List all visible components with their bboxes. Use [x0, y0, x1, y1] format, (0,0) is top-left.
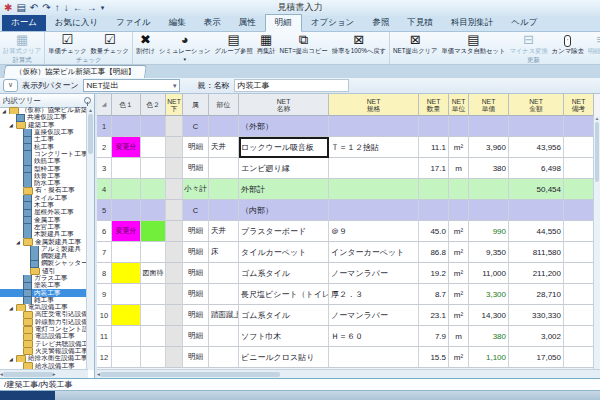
cell-12-part[interactable] [209, 347, 239, 368]
grid-horizontal-scrollbar[interactable]: ◂ [97, 369, 600, 378]
column-header-NET名称[interactable]: NET 名称 [239, 94, 329, 116]
cell-1-unit[interactable] [449, 116, 469, 137]
cell-12-qty[interactable]: 15.5 [419, 347, 449, 368]
cell-7-part[interactable]: 床 [209, 242, 239, 263]
button-マイナス変換[interactable]: ⊟マイナス変換 [507, 32, 549, 56]
column-header-色１[interactable]: 色１ [112, 94, 141, 116]
ribbon-tab-お気に入り[interactable]: お気に入り [46, 15, 107, 31]
button-数量チェック[interactable]: ☑数量チェック [89, 32, 131, 56]
column-header-NET数量[interactable]: NET 数量 [419, 94, 449, 116]
cell-9-name[interactable]: 長尺塩ビシート（トイレ） [239, 284, 329, 305]
cell-10-name[interactable]: ゴム系タイル [239, 305, 329, 326]
cell-4-unit[interactable] [449, 179, 469, 200]
tree-item-内装工事[interactable]: 内装工事 [0, 289, 88, 296]
tree-item-（仮称）協栄ビル新築工事[interactable]: ◢（仮称）協栄ビル新築工事 [0, 107, 88, 114]
cell-3-note[interactable] [564, 158, 594, 179]
cell-1-amount[interactable] [509, 116, 564, 137]
ribbon-tab-下見積[interactable]: 下見積 [398, 15, 442, 31]
cell-10-spec[interactable]: ノーマンラバー [329, 305, 419, 326]
cell-2-c1[interactable]: 変更分 [112, 137, 141, 158]
cell-11-price[interactable]: 380 [469, 326, 509, 347]
cell-2-note[interactable] [564, 137, 594, 158]
save-icon[interactable]: ▤ [16, 1, 25, 15]
cell-4-c2[interactable] [141, 179, 166, 200]
cell-6-name[interactable]: プラスターボード [239, 221, 329, 242]
tree-item-ガラス工事[interactable]: ガラス工事 [0, 275, 88, 282]
cell-10-part[interactable]: 踏面蹴上 [209, 305, 239, 326]
cell-10-amount[interactable]: 330,330 [509, 305, 564, 326]
cell-5-price[interactable] [469, 200, 509, 221]
cell-7-amount[interactable]: 811,580 [509, 242, 564, 263]
left-arrow-icon[interactable]: ← [73, 1, 83, 15]
cell-12-attr[interactable]: 明細 [183, 347, 209, 368]
cell-10-no[interactable]: 10 [97, 305, 112, 326]
cell-4-qty[interactable] [419, 179, 449, 200]
cell-2-unit[interactable]: m² [449, 137, 469, 158]
cell-12-netd[interactable] [166, 347, 183, 368]
cell-8-unit[interactable]: m² [449, 263, 469, 284]
cell-10-netd[interactable] [166, 305, 183, 326]
button-明細合算[interactable]: ≡明細合算 [586, 32, 600, 56]
ribbon-tab-明細[interactable]: 明細 [265, 14, 302, 32]
cell-5-amount[interactable] [509, 200, 564, 221]
cell-3-netd[interactable] [166, 158, 183, 179]
chevron-down-button[interactable]: ∨ [3, 79, 18, 92]
tree-item-鋼製シャッター[interactable]: 鋼製シャッター [0, 260, 88, 267]
cell-7-c1[interactable] [112, 242, 141, 263]
tree-item-給排水衛生設備工事[interactable]: ◢給排水衛生設備工事 [0, 355, 88, 362]
cell-1-c1[interactable] [112, 116, 141, 137]
cell-8-price[interactable]: 11,000 [469, 263, 509, 284]
tree-item-建築工事[interactable]: ◢建築工事 [0, 122, 88, 129]
cell-7-price[interactable]: 9,350 [469, 242, 509, 263]
button-再集計[interactable]: ▦再集計 [255, 32, 278, 56]
button-割付け[interactable]: ✖割付け [134, 32, 157, 56]
cell-6-no[interactable]: 6 [97, 221, 112, 242]
button-掛率を100%へ戻す[interactable]: ⊠掛率を100%へ戻す [330, 32, 388, 56]
cell-6-amount[interactable]: 44,550 [509, 221, 564, 242]
cell-6-note[interactable] [564, 221, 594, 242]
tree-item-鉄筋工事[interactable]: 鉄筋工事 [0, 158, 88, 165]
tree-item-石・擬石工事[interactable]: 石・擬石工事 [0, 187, 88, 194]
cell-10-price[interactable]: 14,300 [469, 305, 509, 326]
cell-7-attr[interactable]: 明細 [183, 242, 209, 263]
cell-12-no[interactable]: 12 [97, 347, 112, 368]
cell-11-amount[interactable]: 3,002 [509, 326, 564, 347]
cell-7-name[interactable]: タイルカーペット [239, 242, 329, 263]
tree-item-アルミ製建具[interactable]: アルミ製建具 [0, 246, 88, 253]
cell-9-c1[interactable] [112, 284, 141, 305]
cell-12-price[interactable]: 1,100 [469, 347, 509, 368]
cell-8-netd[interactable] [166, 263, 183, 284]
tree-item-電気設備工事[interactable]: ◢電気設備工事 [0, 304, 88, 311]
cell-5-part[interactable] [209, 200, 239, 221]
scroll-right-icon[interactable]: ▸ [53, 371, 56, 377]
cell-2-qty[interactable]: 11.1 [419, 137, 449, 158]
cell-4-no[interactable]: 4 [97, 179, 112, 200]
ribbon-tab-ホーム[interactable]: ホーム [2, 15, 46, 31]
column-pattern-combobox[interactable]: NET提出 ▾ [83, 79, 180, 92]
cell-6-qty[interactable]: 45.0 [419, 221, 449, 242]
button-シミュレーション[interactable]: ◕シミュレーション▾ [157, 32, 212, 62]
expander-icon[interactable]: ◢ [9, 305, 14, 311]
cell-4-name[interactable]: 外部計 [239, 179, 329, 200]
ribbon-tab-属性[interactable]: 属性 [230, 15, 265, 31]
cell-9-c2[interactable] [141, 284, 166, 305]
cell-4-part[interactable] [209, 179, 239, 200]
cell-11-no[interactable]: 11 [97, 326, 112, 347]
tree-item-屋根外装工事[interactable]: 屋根外装工事 [0, 209, 88, 216]
cell-10-qty[interactable]: 23.1 [419, 305, 449, 326]
ribbon-tab-科目別集計[interactable]: 科目別集計 [442, 15, 503, 31]
cell-9-amount[interactable]: 28,710 [509, 284, 564, 305]
tree-item-高圧受電引込設備[interactable]: 高圧受電引込設備 [0, 311, 88, 318]
cell-12-c2[interactable] [141, 347, 166, 368]
button-カンマ除去[interactable]: ’カンマ除去 [550, 32, 586, 56]
pin-icon[interactable] [84, 97, 91, 104]
tree-item-値引[interactable]: 値引 [0, 268, 88, 275]
cell-3-qty[interactable]: 17.1 [419, 158, 449, 179]
cell-7-c2[interactable] [141, 242, 166, 263]
cell-3-unit[interactable]: m [449, 158, 469, 179]
right-arrow-icon[interactable]: → [87, 1, 97, 15]
tree-item-コンクリート工事[interactable]: コンクリート工事 [0, 151, 88, 158]
document-tab[interactable]: （仮称）協栄ビル新築工事【明細】 [3, 65, 147, 78]
cell-2-netd[interactable] [166, 137, 183, 158]
cell-11-netd[interactable] [166, 326, 183, 347]
